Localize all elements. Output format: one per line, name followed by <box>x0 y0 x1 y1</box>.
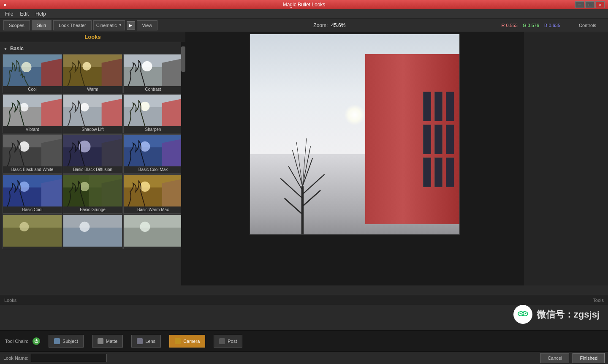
look-item-cool[interactable]: Cool <box>3 54 62 93</box>
zoom-value: 45.6% <box>331 22 345 28</box>
menu-file[interactable]: File <box>2 10 16 18</box>
svg-point-7 <box>82 62 91 71</box>
zoom-label: Zoom: <box>313 22 328 28</box>
svg-point-19 <box>80 103 89 111</box>
cancel-button[interactable]: Cancel <box>540 353 569 363</box>
look-item-extra-2[interactable] <box>63 215 122 249</box>
menubar: File Edit Help <box>0 9 608 19</box>
svg-marker-10 <box>162 59 182 86</box>
scrollbar-thumb[interactable] <box>181 46 185 72</box>
svg-rect-56 <box>124 228 182 247</box>
look-thumb-grunge <box>63 175 122 206</box>
look-thumb-shadowlift <box>63 95 122 126</box>
camera-tool-button[interactable]: Camera <box>169 335 205 348</box>
toolbar-center: Zoom: 45.6% <box>159 22 499 28</box>
look-item-extra-3[interactable] <box>123 215 183 249</box>
svg-marker-34 <box>162 139 182 166</box>
look-item-warm[interactable]: Warm <box>63 54 122 93</box>
view-button[interactable]: View <box>137 20 158 30</box>
right-panel <box>524 32 608 285</box>
look-item-basic-cool[interactable]: Basic Cool <box>3 174 62 214</box>
look-label-grunge: Basic Grunge <box>63 206 122 213</box>
toolchain-bar: Tool Chain: ⏻ Subject Matte Lens Camera … <box>0 330 608 351</box>
g-value: G 0.576 <box>523 23 539 28</box>
look-item-sharpen[interactable]: Sharpen <box>123 94 183 133</box>
lens-tool-button[interactable]: Lens <box>131 335 161 348</box>
look-item-grunge[interactable]: Basic Grunge <box>63 174 122 214</box>
look-label-warm: Warm <box>63 86 122 93</box>
look-thumb-cool <box>3 54 62 86</box>
post-tool-button[interactable]: Post <box>214 335 242 348</box>
svg-point-70 <box>522 312 528 316</box>
tab-skin[interactable]: Skin <box>32 20 52 30</box>
tab-cinematic[interactable]: Cinematic ▼ <box>93 20 125 30</box>
svg-point-39 <box>19 182 29 192</box>
svg-point-48 <box>140 182 150 192</box>
look-label-contrast: Contrast <box>124 86 182 93</box>
svg-point-71 <box>519 313 521 314</box>
look-item-warm-max[interactable]: Basic Warm Max <box>123 174 183 214</box>
svg-point-35 <box>140 141 150 152</box>
svg-line-60 <box>302 190 320 206</box>
preview-image <box>250 34 460 235</box>
looks-grid-container[interactable]: ▼ Basic Cool <box>0 42 185 285</box>
post-tool-icon <box>219 338 225 344</box>
svg-marker-18 <box>102 99 122 126</box>
app-title: Magic Bullet Looks <box>283 2 326 8</box>
close-button[interactable]: ✕ <box>595 1 605 8</box>
look-label-bw-diff: Basic Black Diffusion <box>63 166 122 173</box>
svg-marker-47 <box>162 179 182 206</box>
look-item-bw-diff[interactable]: Basic Black Diffusion <box>63 134 122 174</box>
preview-window <box>446 125 454 154</box>
look-item-cool-max[interactable]: Basic Cool Max <box>123 134 183 174</box>
svg-line-59 <box>284 198 302 215</box>
matte-tool-button[interactable]: Matte <box>92 335 123 348</box>
maximize-button[interactable]: □ <box>585 1 594 8</box>
svg-point-54 <box>79 222 90 232</box>
look-thumb-basic-cool <box>3 175 62 206</box>
svg-point-69 <box>518 312 524 316</box>
look-item-contrast[interactable]: Contrast <box>123 54 183 93</box>
look-name-input[interactable] <box>31 354 107 362</box>
section-collapse-arrow: ▼ <box>3 46 8 51</box>
look-label-vibrant: Vibrant <box>3 126 62 133</box>
menu-help[interactable]: Help <box>32 10 49 18</box>
section-basic-label: Basic <box>10 46 24 52</box>
look-item-vibrant[interactable]: Vibrant <box>3 94 62 133</box>
toolbar: Scopes Skin Look Theater Cinematic ▼ ▶ V… <box>0 19 608 32</box>
finished-button[interactable]: Finished <box>573 353 605 363</box>
look-item-shadow-lift[interactable]: Shadow Lift <box>63 94 122 133</box>
scrollbar-track[interactable] <box>181 42 185 285</box>
look-thumb-warm <box>63 54 122 86</box>
svg-marker-2 <box>41 59 62 86</box>
section-basic-header[interactable]: ▼ Basic <box>2 44 184 53</box>
post-tool-label: Post <box>228 339 237 344</box>
look-label-extra-3 <box>124 247 182 249</box>
lens-tool-icon <box>137 338 143 344</box>
look-item-bw[interactable]: Basic Black and White <box>3 134 62 174</box>
watermark-area: 微信号：zgsjsj <box>513 305 600 324</box>
look-item-extra-1[interactable] <box>3 215 62 249</box>
tab-look-theater[interactable]: Look Theater <box>53 20 92 30</box>
subject-tool-button[interactable]: Subject <box>49 335 84 348</box>
app-icon: ● <box>3 2 6 8</box>
look-thumb-vibrant <box>3 95 62 126</box>
camera-tool-icon <box>175 338 181 344</box>
svg-marker-30 <box>102 139 122 166</box>
menu-edit[interactable]: Edit <box>16 10 32 18</box>
looks-grid: Cool Warm <box>2 53 184 250</box>
svg-point-3 <box>21 62 31 72</box>
preview-window <box>446 158 454 187</box>
look-label-cool: Cool <box>3 86 62 93</box>
minimize-button[interactable]: ─ <box>575 1 584 8</box>
power-button[interactable]: ⏻ <box>33 337 40 345</box>
matte-tool-label: Matte <box>106 339 118 344</box>
look-thumb-warm-max <box>124 175 182 206</box>
svg-point-27 <box>19 141 29 152</box>
look-label-shadow-lift: Shadow Lift <box>63 126 122 133</box>
look-label-cool-max: Basic Cool Max <box>124 166 182 173</box>
controls-label: Controls <box>579 23 605 28</box>
tab-scopes[interactable]: Scopes <box>3 20 30 30</box>
play-button[interactable]: ▶ <box>127 21 135 30</box>
look-thumb-bw <box>3 135 62 166</box>
